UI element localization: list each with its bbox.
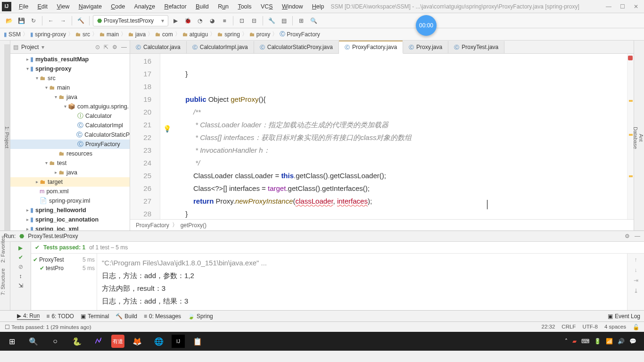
menu-navigate[interactable]: Navigate — [75, 3, 106, 10]
close-icon[interactable]: ✕ — [634, 3, 638, 10]
app-icon-1[interactable]: 🐍 — [68, 334, 86, 349]
tab-proxy[interactable]: ⒸProxy.java — [403, 41, 448, 53]
tab-structure[interactable]: 7: Structure — [0, 268, 10, 295]
start-icon[interactable]: ⊞ — [3, 334, 21, 349]
tab-calculatorimpl[interactable]: ⒸCalculatorImpl.java — [187, 41, 254, 53]
structure-icon[interactable]: ▤ — [279, 16, 289, 26]
settings-icon[interactable]: 🔧 — [266, 16, 277, 26]
toggle-ignore-icon[interactable]: ⊘ — [18, 263, 23, 270]
wrap-icon[interactable]: ⇥ — [634, 277, 638, 284]
run-hide-icon[interactable]: — — [635, 233, 640, 239]
save-icon[interactable]: 💾 — [16, 16, 26, 26]
menu-refactor[interactable]: Refactor — [160, 3, 190, 10]
run-settings-icon[interactable]: ⚙ — [625, 233, 630, 239]
crumb-proxy[interactable]: 🖿proxy — [249, 31, 270, 38]
tab-calculatorstaticproxy[interactable]: ⒸCalculatorStaticProxy.java — [254, 41, 339, 53]
tool-eventlog[interactable]: ▣ Event Log — [608, 313, 640, 320]
chrome-icon[interactable]: 🌐 — [150, 334, 168, 349]
open-icon[interactable]: 📂 — [4, 16, 14, 26]
tray-up-icon[interactable]: ˄ — [565, 338, 568, 345]
locate-icon[interactable]: ⊙ — [95, 44, 100, 50]
tool-messages[interactable]: ≡ 0: Messages — [144, 313, 181, 320]
coverage-icon[interactable]: ◔ — [195, 16, 205, 26]
crumb-main[interactable]: 🖿main — [99, 31, 119, 38]
profile-icon[interactable]: ◕ — [207, 16, 217, 26]
crumb-atguigu[interactable]: 🖿atguigu — [182, 31, 208, 38]
run-icon[interactable]: ▶ — [170, 16, 181, 26]
search-taskbar-icon[interactable]: 🔍 — [25, 334, 42, 349]
rerun-icon[interactable]: ▶ — [18, 245, 23, 251]
status-position[interactable]: 22:32 — [542, 324, 555, 330]
crumb-ssm[interactable]: ▮SSM — [4, 31, 21, 38]
collapse-icon[interactable]: ⇱ — [104, 44, 108, 50]
menu-view[interactable]: View — [53, 3, 73, 10]
replace-icon[interactable]: ⊟ — [249, 16, 259, 26]
crumb-spring-proxy[interactable]: ▮spring-proxy — [30, 31, 66, 38]
forward-icon[interactable]: → — [58, 16, 68, 26]
tray-notify-icon[interactable]: 💬 — [629, 338, 636, 345]
error-stripe[interactable] — [627, 54, 634, 219]
firefox-icon[interactable]: 🦊 — [128, 334, 146, 349]
menu-tools[interactable]: Tools — [234, 3, 255, 10]
crumb-file[interactable]: ⒸProxyFactory — [280, 30, 320, 38]
tab-calculator[interactable]: ⒸCalculator.java — [130, 41, 187, 53]
tool-terminal[interactable]: ▣ Terminal — [81, 313, 109, 320]
crumb-spring[interactable]: 🖿spring — [217, 31, 240, 38]
debug-icon[interactable]: 🐞 — [182, 16, 193, 26]
hide-icon[interactable]: — — [121, 44, 127, 50]
find-icon[interactable]: ⊡ — [237, 16, 247, 26]
status-crlf[interactable]: CRLF — [561, 324, 576, 330]
tray-volume-icon[interactable]: 🔊 — [618, 338, 625, 345]
run-config-selector[interactable]: ⬣ProxyTest.testProxy▾ — [93, 15, 168, 26]
status-lock-icon[interactable]: 🔓 — [633, 324, 639, 330]
down-icon[interactable]: ↓ — [635, 267, 637, 273]
error-marker[interactable] — [628, 56, 633, 60]
tray-wifi-icon[interactable]: 📶 — [606, 338, 613, 345]
status-encoding[interactable]: UTF-8 — [582, 324, 598, 330]
tool-build[interactable]: 🔨 Build — [116, 313, 137, 320]
timer-badge[interactable]: 00:00 — [416, 15, 437, 36]
back-icon[interactable]: ← — [46, 16, 56, 26]
build-icon[interactable]: 🔨 — [75, 16, 86, 26]
project-tree[interactable]: ▸▮mybatis_resultMap ▾▮spring-proxy ▾🖿src… — [10, 54, 130, 230]
crumb-com[interactable]: 🖿com — [155, 31, 173, 38]
tab-proxyfactory[interactable]: ⒸProxyFactory.java — [339, 41, 403, 54]
notes-icon[interactable]: 📋 — [189, 334, 206, 349]
menu-file[interactable]: File — [15, 3, 32, 10]
layout-icon[interactable]: ⊞ — [296, 16, 306, 26]
menu-run[interactable]: Run — [214, 3, 232, 10]
menu-window[interactable]: Window — [278, 3, 306, 10]
menu-help[interactable]: Help — [308, 3, 328, 10]
tool-todo[interactable]: ≡ 6: TODO — [46, 313, 74, 320]
crumb-src[interactable]: 🖿src — [75, 31, 90, 38]
crumb-java[interactable]: 🖿java — [128, 31, 146, 38]
tab-proxytest[interactable]: ⒸProxyTest.java — [448, 41, 504, 53]
sort-icon[interactable]: ↕ — [19, 273, 22, 280]
code-text[interactable]: } public Object getProxy(){ /** * ClassL… — [160, 54, 627, 219]
intellij-icon[interactable]: IJ — [172, 335, 185, 348]
refresh-icon[interactable]: ↻ — [28, 16, 39, 26]
minimize-icon[interactable]: — — [606, 3, 611, 10]
scroll-icon[interactable]: ⤓ — [634, 288, 638, 294]
app-icon-2[interactable]: 🗲 — [90, 334, 107, 349]
console-output[interactable]: "C:\Program Files\Java\jdk1.8.0_151\bin\… — [97, 254, 627, 310]
tab-ant[interactable]: Ant — [638, 45, 644, 230]
gear-icon[interactable]: ⚙ — [112, 44, 117, 50]
tab-project[interactable]: 1: Project — [4, 44, 10, 230]
menu-code[interactable]: Code — [107, 3, 129, 10]
tray-battery-icon[interactable]: 🔋 — [594, 338, 601, 345]
app-icon-3[interactable]: 有道 — [111, 335, 124, 348]
tray-input-icon[interactable]: ⌨ — [581, 338, 589, 345]
toggle-pass-icon[interactable]: ✔ — [18, 254, 23, 261]
stop-icon[interactable]: ■ — [219, 16, 230, 26]
cortana-icon[interactable]: ○ — [46, 334, 64, 349]
tool-run[interactable]: ▶ 4: Run — [17, 313, 40, 320]
code-area[interactable]: 1617181920212223242526272829 💡 } public … — [130, 54, 634, 219]
maximize-icon[interactable]: ☐ — [620, 3, 625, 10]
status-indent[interactable]: 4 spaces — [604, 324, 626, 330]
search-icon[interactable]: 🔍 — [308, 16, 319, 26]
menu-edit[interactable]: Edit — [34, 3, 52, 10]
menu-analyze[interactable]: Analyze — [131, 3, 159, 10]
menu-vcs[interactable]: VCS — [257, 3, 277, 10]
test-tree[interactable]: ✔ProxyTest5 ms ✔testPro5 ms — [31, 254, 97, 310]
